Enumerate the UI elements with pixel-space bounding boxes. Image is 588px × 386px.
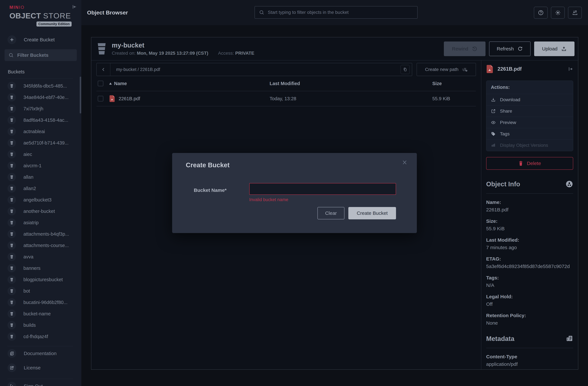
bucket-icon: [7, 82, 16, 90]
object-info-fields: Name: 2261B.pdf Size: 55.9 KiB Last Modi…: [486, 199, 573, 326]
bucket-name-title: my-bucket: [112, 42, 254, 49]
sidebar-item-sign-out[interactable]: Sign Out: [0, 379, 81, 386]
bucket-header: my-bucket Created on: Mon, May 19 2025 1…: [91, 37, 578, 60]
sidebar-bucket-item[interactable]: bucatini-96d6b2f80...: [0, 297, 81, 308]
theme-toggle-button[interactable]: [551, 7, 565, 19]
create-bucket-submit-button[interactable]: Create Bucket: [348, 207, 396, 219]
access-label: Access:: [218, 51, 234, 56]
column-header-size[interactable]: Size: [432, 81, 475, 86]
column-header-last-modified[interactable]: Last Modified: [270, 81, 432, 86]
sidebar-bucket-item[interactable]: bot: [0, 285, 81, 297]
sidebar-bucket-item[interactable]: 8adf6a43-4158-4ac...: [0, 114, 81, 126]
collapse-sidebar-icon[interactable]: [72, 4, 77, 9]
object-search-input[interactable]: [268, 10, 413, 15]
refresh-icon: [517, 46, 523, 52]
action-display-object-versions: Display Object Versions: [486, 140, 573, 151]
sidebar-item-documentation[interactable]: Documentation: [0, 346, 81, 361]
bucket-icon: [7, 298, 16, 307]
page-title: Object Browser: [87, 9, 128, 16]
sun-icon: [555, 10, 561, 16]
bucket-name-input[interactable]: [249, 183, 396, 195]
logo-min: MIN: [9, 5, 19, 10]
sidebar-bucket-item[interactable]: attachments-course...: [0, 240, 81, 251]
close-modal-button[interactable]: [402, 159, 408, 166]
object-name: 2261B.pdf: [119, 96, 140, 101]
upload-button[interactable]: Upload: [534, 42, 574, 56]
filter-buckets-input[interactable]: [17, 53, 73, 58]
actions-box: Actions: Download Share Preview: [486, 81, 573, 151]
refresh-button[interactable]: Refresh: [489, 42, 531, 56]
sort-ascending-icon: [109, 83, 112, 85]
close-details-icon[interactable]: [568, 66, 573, 72]
sidebar-bucket-item[interactable]: aivcrm-1: [0, 160, 81, 171]
metadata-title: Metadata: [486, 335, 514, 343]
sidebar-bucket-item[interactable]: 34ae84d4-ebf7-40e...: [0, 92, 81, 103]
action-share[interactable]: Share: [486, 106, 573, 117]
action-download[interactable]: Download: [486, 94, 573, 106]
sidebar-bucket-item[interactable]: 345fd6fa-dbc5-485...: [0, 80, 81, 92]
transfers-button[interactable]: [568, 7, 582, 19]
share-icon: [491, 109, 496, 114]
sidebar-bucket-item[interactable]: bucket-name: [0, 308, 81, 320]
sidebar-bucket-item[interactable]: allan: [0, 171, 81, 183]
column-header-name[interactable]: Name: [109, 81, 270, 86]
documentation-icon: [7, 349, 16, 358]
filter-buckets-field: [4, 49, 77, 61]
sidebar-item-license[interactable]: License: [0, 361, 81, 375]
action-tags[interactable]: Tags: [486, 128, 573, 140]
copy-path-button[interactable]: [400, 65, 410, 74]
object-table-header: Name Last Modified Size: [97, 76, 476, 91]
pdf-file-icon: [486, 64, 493, 73]
row-checkbox[interactable]: [98, 96, 103, 101]
bucket-icon: [7, 173, 16, 181]
bucket-icon: [7, 139, 16, 147]
object-info-field: ETAG: 5a3ef6d4c89234f85d87de5587c9072d: [486, 256, 573, 269]
sidebar-bucket-item[interactable]: avva: [0, 251, 81, 262]
sidebar-bucket-item[interactable]: another-bucket: [0, 206, 81, 217]
sidebar-bucket-item[interactable]: ae5d710f-b714-439...: [0, 137, 81, 149]
actions-label: Actions:: [486, 81, 573, 94]
sidebar-scrollbar[interactable]: [80, 77, 81, 113]
bucket-name-error: Invalid bucket name: [249, 197, 288, 202]
bucket-icon: [7, 264, 16, 272]
sign-out-icon: [7, 382, 16, 386]
delete-button[interactable]: Delete: [486, 157, 573, 170]
action-preview[interactable]: Preview: [486, 117, 573, 128]
object-info-title: Object Info: [486, 180, 520, 188]
bucket-icon: [7, 218, 16, 227]
logo-io: IO: [19, 5, 25, 10]
sidebar-bucket-item[interactable]: allan2: [0, 183, 81, 194]
clear-button[interactable]: Clear: [317, 207, 344, 219]
select-all-checkbox[interactable]: [98, 81, 103, 86]
sidebar-bucket-item[interactable]: builds: [0, 320, 81, 331]
sidebar-bucket-item[interactable]: cd-fhdqaz4f: [0, 331, 81, 342]
bucket-icon: [7, 230, 16, 238]
sidebar-bucket-item[interactable]: asiatrip: [0, 217, 81, 228]
download-upload-icon: [572, 10, 578, 16]
sidebar: MINIO OBJECT STORE Community Edition Cre…: [0, 0, 81, 386]
back-button[interactable]: [97, 63, 110, 76]
rewind-button[interactable]: Rewind: [444, 42, 485, 56]
create-bucket-sidebar-button[interactable]: Create Bucket: [7, 35, 81, 44]
object-row[interactable]: 2261B.pdf Today, 13:28 55.9 KiB: [97, 91, 476, 106]
table-divider: [97, 106, 476, 106]
create-new-path-button[interactable]: Create new path: [417, 63, 476, 76]
new-path-icon: [462, 67, 468, 72]
sidebar-bucket-item[interactable]: actnableai: [0, 126, 81, 137]
community-edition-badge: Community Edition: [37, 21, 72, 26]
search-icon: [259, 10, 264, 15]
help-button[interactable]: [534, 7, 548, 19]
tag-icon: [491, 131, 496, 136]
sidebar-bucket-item[interactable]: attachments-b4qf3p...: [0, 228, 81, 240]
sidebar-bucket-item[interactable]: angelbucket3: [0, 194, 81, 206]
sidebar-bucket-item[interactable]: banners: [0, 262, 81, 274]
copy-icon: [403, 67, 407, 72]
breadcrumb-bar: my-bucket / 2261B.pdf: [97, 63, 412, 76]
sidebar-bucket-item[interactable]: aiec: [0, 149, 81, 160]
breadcrumb[interactable]: my-bucket / 2261B.pdf: [116, 67, 160, 72]
sidebar-bucket-item[interactable]: blogpicturesbucket: [0, 274, 81, 285]
created-on-label: Created on:: [112, 51, 136, 56]
sidebar-bucket-item[interactable]: 7xi7lx9rjh: [0, 103, 81, 114]
help-icon: [538, 10, 544, 16]
rewind-icon: [472, 46, 477, 52]
